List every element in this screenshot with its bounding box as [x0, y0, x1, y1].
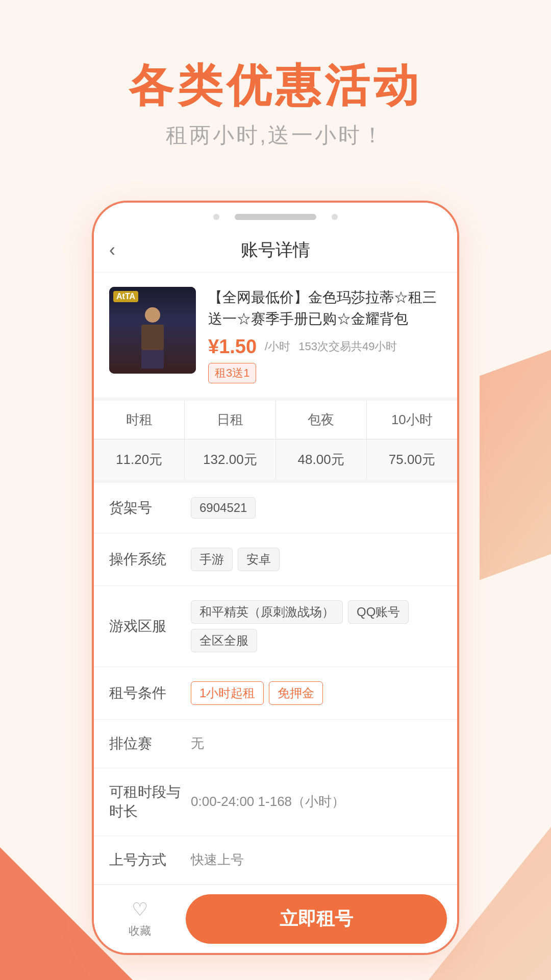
info-content-rank: 无 — [191, 734, 204, 752]
server-tag-qq: QQ账号 — [348, 600, 409, 624]
condition-tag-minhour: 1小时起租 — [191, 681, 264, 705]
product-price-unit: /小时 — [265, 339, 290, 354]
favorite-label: 收藏 — [129, 923, 151, 939]
os-tag-android: 安卓 — [238, 548, 280, 571]
info-label-rank: 排位赛 — [109, 734, 181, 753]
info-row-server: 游戏区服 和平精英（原刺激战场） QQ账号 全区全服 — [94, 586, 457, 667]
char-torso — [141, 325, 164, 350]
rent-now-button[interactable]: 立即租号 — [186, 894, 447, 944]
account-header: ‹ 账号详情 — [94, 228, 457, 273]
info-section: 货架号 6904521 操作系统 手游 安卓 游戏区服 和平精英（原刺激战场） … — [94, 483, 457, 885]
pricing-value-shizi: 11.20元 — [94, 439, 185, 480]
char-leg-right — [154, 350, 164, 369]
product-title: 【全网最低价】金色玛莎拉蒂☆租三送一☆赛季手册已购☆金耀背包 — [208, 287, 442, 330]
product-section: AtTA 【全网最低价】金色玛莎拉蒂☆租三送一☆赛季手册已购☆金耀背包 ¥1.5… — [94, 273, 457, 401]
favorite-button[interactable]: ♡ 收藏 — [94, 899, 186, 939]
info-content-shelf: 6904521 — [191, 497, 256, 519]
info-label-loginmethod: 上号方式 — [109, 850, 181, 870]
back-button[interactable]: ‹ — [109, 239, 115, 261]
info-content-os: 手游 安卓 — [191, 548, 280, 571]
info-content-timeslot: 0:00-24:00 1-168（小时） — [191, 793, 345, 811]
info-label-timeslot: 可租时段与时长 — [109, 782, 181, 821]
server-tag-all: 全区全服 — [191, 629, 257, 652]
phone-dot-2 — [332, 214, 338, 220]
timeslot-value: 0:00-24:00 1-168（小时） — [191, 793, 345, 811]
os-tag-mobile: 手游 — [191, 548, 233, 571]
char-legs — [141, 350, 164, 369]
pricing-value-row: 11.20元 132.00元 48.00元 75.00元 — [94, 439, 457, 480]
info-row-rank: 排位赛 无 — [94, 720, 457, 768]
phone-container: ‹ 账号详情 AtTA 【全网最低 — [0, 201, 551, 955]
hero-section: 各类优惠活动 租两小时,送一小时！ — [0, 0, 551, 190]
info-row-shelf: 货架号 6904521 — [94, 483, 457, 533]
phone-mockup: ‹ 账号详情 AtTA 【全网最低 — [92, 201, 459, 955]
info-row-timeslot: 可租时段与时长 0:00-24:00 1-168（小时） — [94, 768, 457, 836]
character-illustration — [137, 307, 168, 363]
bottom-bar: ♡ 收藏 立即租号 — [94, 885, 457, 953]
phone-notch — [235, 214, 316, 220]
pricing-header-row: 时租 日租 包夜 10小时 — [94, 401, 457, 439]
hero-subtitle: 租两小时,送一小时！ — [0, 121, 551, 150]
game-label: AtTA — [113, 291, 138, 302]
shelf-number-tag: 6904521 — [191, 497, 256, 519]
pricing-value-baoye: 48.00元 — [276, 439, 367, 480]
phone-top-bar — [94, 203, 457, 228]
char-head — [145, 307, 160, 323]
info-label-os: 操作系统 — [109, 550, 181, 569]
loginmethod-value: 快速上号 — [191, 851, 244, 869]
info-label-server: 游戏区服 — [109, 617, 181, 636]
pricing-value-10h: 75.00元 — [367, 439, 457, 480]
pricing-value-rizi: 132.00元 — [185, 439, 276, 480]
info-row-loginmethod: 上号方式 快速上号 — [94, 836, 457, 885]
pricing-header-rizi: 日租 — [185, 401, 276, 439]
info-label-shelf: 货架号 — [109, 498, 181, 518]
rank-value: 无 — [191, 734, 204, 752]
product-price-row: ¥1.50 /小时 153次交易共49小时 — [208, 336, 442, 358]
info-row-conditions: 租号条件 1小时起租 免押金 — [94, 667, 457, 720]
pricing-table: 时租 日租 包夜 10小时 11.20元 132.00元 48.00元 75.0… — [94, 401, 457, 483]
server-tag-game: 和平精英（原刺激战场） — [191, 600, 343, 624]
product-trades: 153次交易共49小时 — [298, 339, 397, 354]
page-title: 账号详情 — [241, 238, 310, 262]
product-image-inner: AtTA — [109, 287, 196, 374]
info-content-loginmethod: 快速上号 — [191, 851, 244, 869]
pricing-header-baoye: 包夜 — [276, 401, 367, 439]
info-content-conditions: 1小时起租 免押金 — [191, 681, 323, 705]
product-image: AtTA — [109, 287, 196, 374]
hero-title: 各类优惠活动 — [0, 61, 551, 111]
phone-dot-1 — [213, 214, 219, 220]
product-info: 【全网最低价】金色玛莎拉蒂☆租三送一☆赛季手册已购☆金耀背包 ¥1.50 /小时… — [208, 287, 442, 383]
char-leg-left — [141, 350, 152, 369]
info-content-server: 和平精英（原刺激战场） QQ账号 全区全服 — [191, 600, 442, 652]
product-price: ¥1.50 — [208, 336, 257, 358]
info-label-conditions: 租号条件 — [109, 683, 181, 703]
info-row-os: 操作系统 手游 安卓 — [94, 533, 457, 586]
pricing-header-shizi: 时租 — [94, 401, 185, 439]
heart-icon: ♡ — [132, 899, 148, 920]
condition-tag-nodeposit: 免押金 — [269, 681, 323, 705]
product-badge: 租3送1 — [208, 363, 256, 383]
pricing-header-10h: 10小时 — [367, 401, 457, 439]
